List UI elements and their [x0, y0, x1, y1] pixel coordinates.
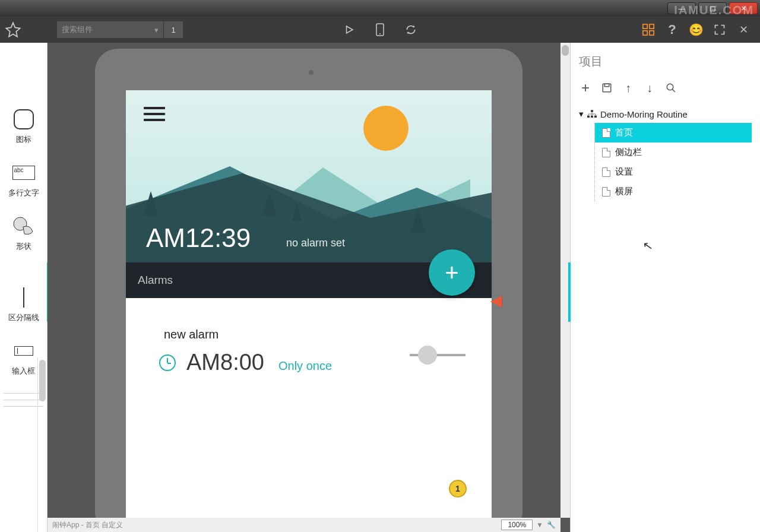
page-item-landscape[interactable]: 横屏 [600, 182, 752, 201]
tablet-frame: AM12:39 no alarm set Alarms + new alarm … [95, 49, 522, 532]
project-panel: 项目 + ↑ ↓ ▾ Demo-Moring Routine 首页 侧边栏 [570, 43, 760, 532]
save-icon[interactable] [600, 81, 613, 94]
svg-line-10 [672, 89, 675, 92]
add-page-icon[interactable]: + [579, 81, 592, 94]
alarm-card[interactable]: new alarm AM8:00 Only once [126, 298, 492, 405]
sitemap-icon [587, 110, 597, 118]
search-count[interactable]: 1 [164, 21, 183, 38]
component-multiline-text[interactable]: abc 多行文字 [0, 162, 47, 198]
component-icon[interactable]: 图标 [0, 108, 47, 145]
zoom-value[interactable]: 100% [501, 520, 533, 530]
emoji-icon[interactable]: 😊 [689, 23, 703, 37]
svg-rect-8 [604, 84, 609, 87]
panel-title: 项目 [579, 53, 752, 69]
cursor-icon: ↖ [642, 238, 654, 254]
zoom-dropdown-icon[interactable]: ▼ [536, 521, 543, 529]
svg-rect-2 [643, 24, 647, 28]
left-scrollbar[interactable] [37, 357, 47, 532]
sync-icon[interactable] [404, 23, 418, 37]
help-icon[interactable]: ? [665, 23, 679, 37]
add-alarm-button[interactable]: + [429, 249, 475, 296]
svg-point-1 [379, 33, 381, 34]
project-root[interactable]: ▾ Demo-Moring Routine [579, 105, 752, 123]
alarm-toggle[interactable] [410, 354, 466, 356]
main-toolbar: 搜索组件 ▾ 1 ? 😊 ✕ [0, 17, 760, 43]
svg-rect-11 [591, 110, 593, 112]
alarm-repeat: Only once [278, 359, 332, 373]
annotation-badge[interactable]: 1 [449, 480, 467, 498]
screen[interactable]: AM12:39 no alarm set Alarms + new alarm … [126, 90, 492, 532]
component-shape[interactable]: 形状 [0, 215, 47, 252]
alarm-time: AM8:00 [186, 350, 264, 375]
design-canvas[interactable]: AM12:39 no alarm set Alarms + new alarm … [48, 43, 570, 532]
watermark: IAMUE.COM [674, 4, 754, 17]
page-icon [602, 148, 610, 157]
page-item-home[interactable]: 首页 [595, 123, 752, 142]
move-down-icon[interactable]: ↓ [643, 81, 656, 94]
chevron-down-icon: ▾ [154, 26, 159, 34]
svg-rect-7 [603, 84, 611, 92]
move-up-icon[interactable]: ↑ [622, 81, 635, 94]
favorite-icon[interactable] [5, 21, 21, 38]
hero-section: AM12:39 no alarm set [126, 90, 492, 262]
svg-rect-5 [650, 31, 654, 35]
collapse-icon[interactable]: ▾ [579, 109, 584, 119]
settings-icon[interactable]: 🔧 [547, 521, 556, 529]
close-panel-icon[interactable]: ✕ [736, 23, 750, 37]
page-item-sidebar[interactable]: 侧边栏 [600, 142, 752, 162]
component-divider[interactable]: 区分隔线 [0, 286, 47, 323]
page-icon [602, 187, 610, 197]
svg-rect-3 [650, 24, 654, 28]
component-panel: 图标 abc 多行文字 形状 区分隔线 输入框 [0, 43, 48, 532]
svg-rect-12 [587, 116, 590, 118]
window-titlebar: — ▢ ✕ IAMUE.COM [0, 0, 760, 17]
alarm-label: new alarm [164, 328, 458, 341]
hamburger-icon[interactable] [144, 103, 165, 125]
fullscreen-icon[interactable] [712, 23, 727, 37]
grid-icon[interactable] [641, 23, 656, 37]
svg-point-9 [667, 84, 673, 90]
page-icon [602, 167, 610, 177]
phone-icon[interactable] [373, 23, 387, 37]
alarms-header: Alarms + [126, 262, 492, 298]
breadcrumb: 闹钟App - 首页 自定义 [52, 520, 123, 530]
page-item-settings[interactable]: 设置 [600, 162, 752, 182]
svg-rect-14 [594, 116, 597, 118]
svg-rect-13 [591, 116, 593, 118]
search-icon[interactable] [664, 81, 677, 94]
play-icon[interactable] [342, 23, 356, 37]
current-time: AM12:39 [146, 223, 251, 253]
page-icon [602, 128, 610, 138]
clock-icon [159, 354, 176, 371]
alarm-status: no alarm set [286, 237, 345, 249]
status-bar: 闹钟App - 首页 自定义 100% ▼ 🔧 [48, 518, 560, 532]
component-search[interactable]: 搜索组件 ▾ [57, 21, 164, 38]
svg-rect-4 [643, 31, 647, 35]
selection-handle[interactable] [490, 296, 502, 308]
sun-icon [363, 106, 408, 151]
